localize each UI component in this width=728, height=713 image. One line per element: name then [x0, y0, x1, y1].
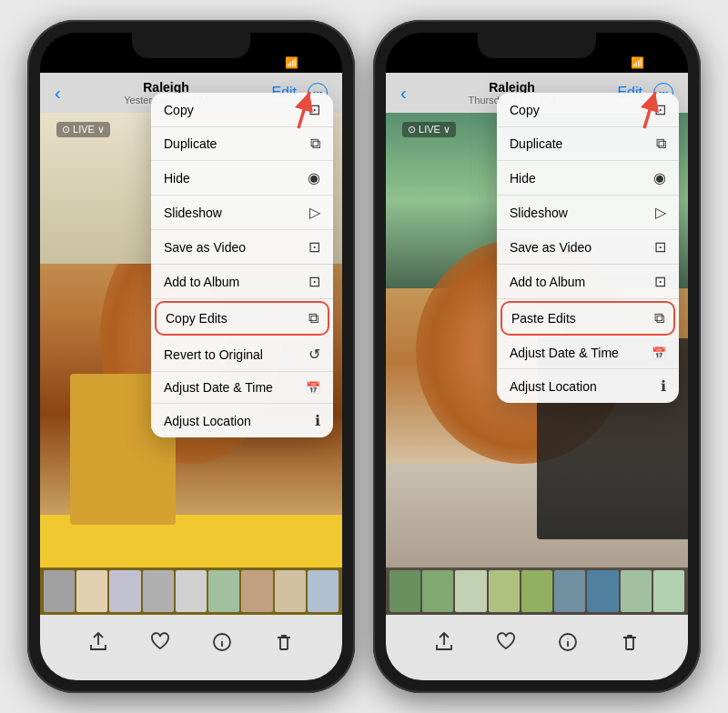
menu-item-savevideo-right[interactable]: Save as Video ⊡	[497, 230, 679, 265]
menu-item-hide-right[interactable]: Hide ◉	[497, 161, 679, 196]
addalbum-icon-left: ⊡	[308, 273, 320, 290]
menu-item-duplicate-left[interactable]: Duplicate ⧉	[151, 127, 333, 161]
heart-button-left[interactable]	[150, 632, 170, 652]
heart-button-right[interactable]	[496, 632, 516, 652]
battery-icon-right	[648, 58, 666, 67]
location-icon-left: ℹ	[315, 412, 320, 429]
share-button-left[interactable]	[88, 632, 108, 652]
info-button-right[interactable]	[558, 632, 578, 652]
savevideo-icon-right: ⊡	[654, 238, 666, 256]
notch-right	[478, 33, 596, 58]
sos-label-left: SOS	[262, 58, 281, 68]
duplicate-icon-left: ⧉	[310, 136, 320, 152]
notch-left	[132, 33, 250, 58]
dropdown-menu-left: Copy ⊡ Duplicate ⧉ Hide ◉ Slideshow ▷ Sa…	[151, 93, 333, 437]
menu-item-addalbum-right[interactable]: Add to Album ⊡	[497, 265, 679, 299]
dropdown-menu-right: Copy ⊡ Duplicate ⧉ Hide ◉ Slideshow ▷ Sa…	[497, 93, 679, 403]
menu-item-revert-left[interactable]: Revert to Original ↺	[151, 337, 333, 372]
nav-back-right[interactable]: ‹	[400, 83, 407, 104]
menu-item-copy-left[interactable]: Copy ⊡	[151, 93, 333, 127]
menu-item-hide-left[interactable]: Hide ◉	[151, 161, 333, 196]
battery-icon-left	[302, 58, 320, 67]
datetime-icon-right: 📅	[652, 346, 666, 360]
hide-icon-left: ◉	[308, 169, 320, 186]
menu-item-copyedits-left[interactable]: Copy Edits ⧉	[155, 301, 329, 336]
menu-item-addalbum-left[interactable]: Add to Album ⊡	[151, 265, 333, 299]
thumbnail-strip-left	[40, 567, 342, 615]
share-button-right[interactable]	[434, 632, 454, 652]
duplicate-icon-right: ⧉	[656, 136, 666, 152]
addalbum-icon-right: ⊡	[654, 273, 666, 290]
nav-back-left[interactable]: ‹	[55, 83, 61, 104]
live-badge-left[interactable]: ⊙ LIVE ∨	[56, 122, 110, 137]
wifi-icon-right: 📶	[631, 56, 644, 69]
copyedits-icon-left: ⧉	[308, 310, 318, 326]
signal-area-left: SOS 📶	[262, 56, 320, 69]
menu-item-location-left[interactable]: Adjust Location ℹ	[151, 404, 333, 437]
info-button-left[interactable]	[212, 632, 232, 652]
status-time-right: 7:00	[408, 54, 435, 69]
wifi-icon-left: 📶	[285, 56, 298, 69]
menu-item-slideshow-right[interactable]: Slideshow ▷	[497, 196, 679, 230]
svg-point-3	[222, 638, 223, 639]
phone-right: 7:00 SOS 📶 ‹ Raleigh Thursday 12:38 PM E…	[373, 20, 701, 693]
copy-icon-right: ⊡	[654, 101, 666, 118]
revert-icon-left: ↺	[308, 346, 320, 363]
copy-icon-left: ⊡	[308, 101, 320, 118]
menu-item-datetime-right[interactable]: Adjust Date & Time 📅	[497, 337, 679, 369]
phone-left: 7:00 SOS 📶 ‹ Raleigh Yesterday 7:04 PM E…	[27, 20, 355, 693]
menu-item-pasteedits-right[interactable]: Paste Edits ⧉	[500, 301, 675, 336]
location-icon-right: ℹ	[661, 377, 666, 395]
live-badge-right[interactable]: ⊙ LIVE ∨	[402, 122, 456, 137]
phone-screen-left: 7:00 SOS 📶 ‹ Raleigh Yesterday 7:04 PM E…	[40, 33, 342, 680]
slideshow-icon-left: ▷	[309, 204, 320, 221]
bottom-toolbar-right	[386, 615, 688, 680]
pasteedits-icon-right: ⧉	[654, 310, 664, 326]
signal-area-right: SOS 📶	[608, 56, 666, 69]
trash-button-left[interactable]	[274, 632, 294, 652]
menu-item-savevideo-left[interactable]: Save as Video ⊡	[151, 230, 333, 265]
trash-button-right[interactable]	[620, 632, 640, 652]
savevideo-icon-left: ⊡	[308, 238, 320, 256]
svg-point-7	[568, 638, 569, 639]
menu-item-location-right[interactable]: Adjust Location ℹ	[497, 369, 679, 403]
hide-icon-right: ◉	[653, 169, 666, 186]
datetime-icon-left: 📅	[306, 381, 320, 395]
phone-screen-right: 7:00 SOS 📶 ‹ Raleigh Thursday 12:38 PM E…	[386, 33, 688, 680]
slideshow-icon-right: ▷	[655, 204, 666, 221]
bottom-toolbar-left	[40, 615, 342, 680]
menu-item-copy-right[interactable]: Copy ⊡	[497, 93, 679, 127]
thumbnail-strip-right	[386, 567, 688, 615]
menu-item-duplicate-right[interactable]: Duplicate ⧉	[497, 127, 679, 161]
sos-label-right: SOS	[608, 58, 627, 68]
menu-item-datetime-left[interactable]: Adjust Date & Time 📅	[151, 372, 333, 404]
status-time-left: 7:00	[62, 54, 89, 69]
menu-item-slideshow-left[interactable]: Slideshow ▷	[151, 196, 333, 230]
